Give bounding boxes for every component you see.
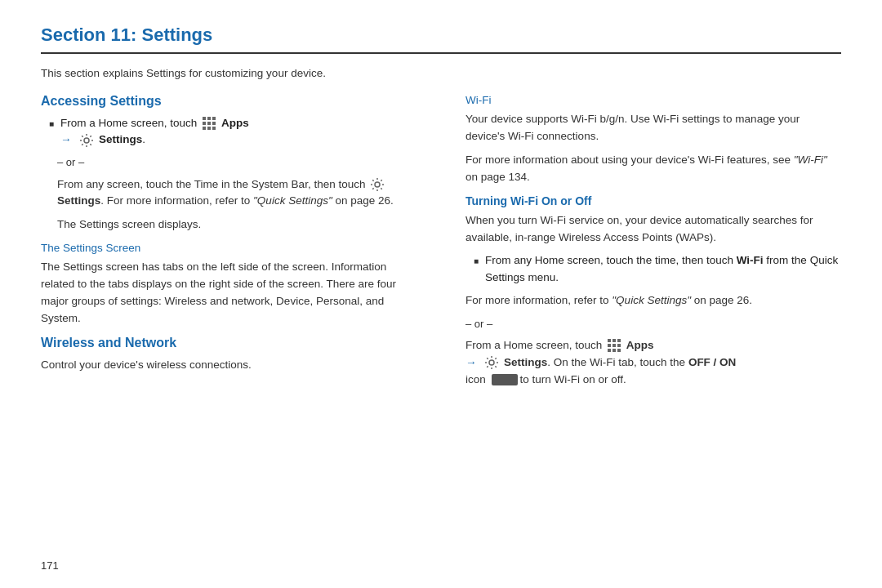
svg-rect-8: [212, 127, 216, 130]
settings-screen-body: The Settings screen has tabs on the left…: [41, 259, 416, 327]
right-column: Wi-Fi Your device supports Wi-Fi b/g/n. …: [457, 94, 841, 395]
wireless-network-title: Wireless and Network: [41, 336, 416, 350]
or-line-1: – or –: [41, 154, 416, 171]
toggle-icon: [492, 374, 518, 385]
settings-screen-section: The Settings Screen The Settings screen …: [41, 242, 416, 327]
svg-rect-11: [608, 339, 611, 342]
bullet-item-apps: From a Home screen, touch: [49, 115, 416, 149]
svg-rect-13: [617, 339, 621, 342]
svg-point-20: [489, 360, 494, 365]
svg-rect-16: [617, 344, 621, 347]
turning-wifi-section: Turning Wi-Fi On or Off When you turn Wi…: [466, 194, 841, 389]
wireless-network-section: Wireless and Network Control your device…: [41, 336, 416, 374]
svg-rect-15: [612, 344, 616, 347]
apps-icon: [202, 116, 216, 131]
accessing-settings-title: Accessing Settings: [41, 94, 416, 109]
apps-icon-2: [607, 338, 621, 353]
turning-wifi-body: When you turn Wi-Fi service on, your dev…: [466, 212, 841, 247]
left-column: Accessing Settings From a Home screen, t…: [41, 94, 425, 395]
svg-rect-2: [212, 117, 216, 120]
wifi-body1: Your device supports Wi-Fi b/g/n. Use Wi…: [466, 111, 841, 145]
svg-rect-6: [203, 127, 206, 130]
svg-rect-17: [608, 349, 611, 352]
wireless-network-body: Control your device's wireless connectio…: [41, 357, 416, 374]
section-title: Section 11: Settings: [41, 24, 841, 54]
svg-rect-4: [207, 122, 211, 125]
wifi-title: Wi-Fi: [466, 94, 841, 106]
wifi-bullet-1: From any Home screen, touch the time, th…: [474, 252, 841, 286]
svg-rect-5: [212, 122, 216, 125]
svg-rect-19: [617, 349, 621, 352]
svg-rect-12: [612, 339, 616, 342]
accessing-para2: The Settings screen displays.: [41, 216, 416, 234]
svg-rect-18: [612, 349, 616, 352]
settings-gear-icon: [79, 133, 94, 148]
wifi-body3: For more information, refer to "Quick Se…: [466, 292, 841, 310]
svg-rect-3: [203, 122, 206, 125]
page-number: 171: [41, 559, 59, 572]
settings-gear-icon-2: [370, 177, 385, 192]
turning-wifi-title: Turning Wi-Fi On or Off: [466, 194, 841, 207]
wifi-body2: For more information about using your de…: [466, 152, 841, 186]
wifi-section: Wi-Fi Your device supports Wi-Fi b/g/n. …: [466, 94, 841, 186]
svg-point-9: [84, 138, 89, 143]
svg-rect-7: [207, 127, 211, 130]
wifi-bullets: From any Home screen, touch the time, th…: [466, 252, 841, 286]
accessing-settings-bullets: From a Home screen, touch: [41, 115, 416, 149]
svg-rect-1: [207, 117, 211, 120]
intro-text: This section explains Settings for custo…: [41, 65, 841, 82]
accessing-settings-section: Accessing Settings From a Home screen, t…: [41, 94, 416, 234]
svg-point-10: [375, 182, 380, 187]
svg-rect-0: [203, 117, 206, 120]
settings-screen-title: The Settings Screen: [41, 242, 416, 254]
svg-rect-14: [608, 344, 611, 347]
accessing-para1: From any screen, touch the Time in the S…: [41, 176, 416, 211]
or-line-2: – or –: [466, 316, 841, 332]
settings-gear-icon-3: [484, 355, 499, 370]
wifi-body4: From a Home screen, touch Apps →: [466, 337, 841, 389]
